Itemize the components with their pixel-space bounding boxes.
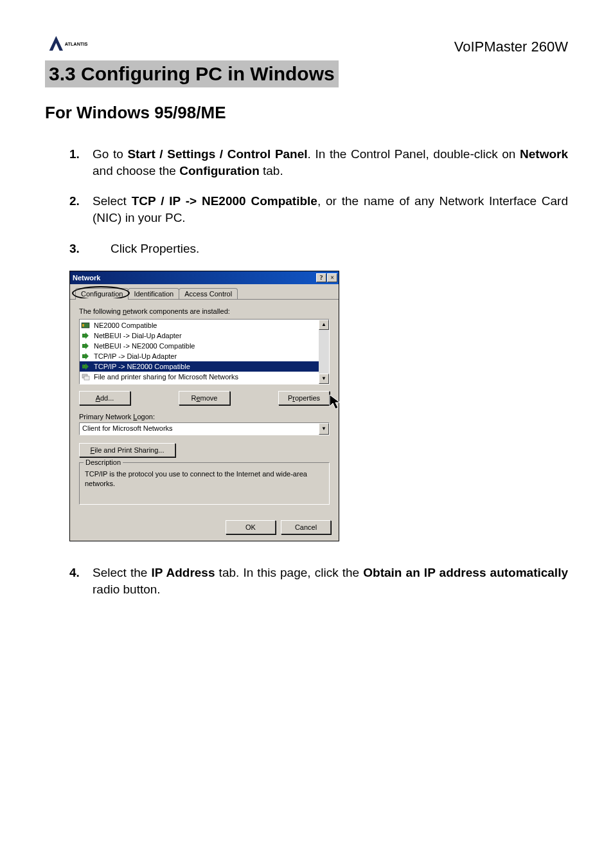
step-2: 2. Select TCP / IP -> NE2000 Compatible,… xyxy=(69,193,568,226)
components-installed-label: The following network components are ins… xyxy=(79,307,330,315)
description-text: TCP/IP is the protocol you use to connec… xyxy=(85,469,324,498)
steps-list: 1. Go to Start / Settings / Control Pane… xyxy=(45,146,568,257)
svg-text:ATLANTIS: ATLANTIS xyxy=(65,41,88,47)
product-name: VoIPMaster 260W xyxy=(454,39,568,55)
groupbox-title: Description xyxy=(84,458,123,466)
dialog-titlebar: Network ? × xyxy=(70,271,339,284)
description-groupbox: Description TCP/IP is the protocol you u… xyxy=(79,462,330,505)
page-header: ATLANTIS VoIPMaster 260W xyxy=(45,32,568,55)
logo: ATLANTIS xyxy=(45,32,96,55)
step-1: 1. Go to Start / Settings / Control Pane… xyxy=(69,146,568,179)
list-item[interactable]: NetBEUI -> Dial-Up Adapter xyxy=(80,330,319,341)
nic-card-icon xyxy=(81,321,91,330)
tab-identification[interactable]: Identification xyxy=(128,288,179,299)
dropdown-button[interactable]: ▼ xyxy=(319,423,329,435)
list-item[interactable]: TCP/IP -> Dial-Up Adapter xyxy=(80,351,319,361)
step-number: 3. xyxy=(69,240,80,257)
tab-configuration[interactable]: Configuration xyxy=(75,288,129,299)
svg-rect-2 xyxy=(82,324,84,327)
protocol-icon xyxy=(81,331,91,340)
service-icon xyxy=(81,372,91,381)
scroll-down-button[interactable]: ▼ xyxy=(319,374,329,384)
protocol-icon xyxy=(81,341,91,350)
step-4: 4. Select the IP Address tab. In this pa… xyxy=(69,565,568,597)
ok-button[interactable]: OK xyxy=(226,520,276,534)
file-print-sharing-button[interactable]: File and Print Sharing... xyxy=(79,443,175,457)
scroll-up-button[interactable]: ▲ xyxy=(319,320,329,330)
dialog-body: The following network components are ins… xyxy=(70,300,339,515)
network-components-listbox[interactable]: NE2000 Compatible NetBEUI -> Dial-Up Ada… xyxy=(79,319,330,384)
subsection-heading: For Windows 95/98/ME xyxy=(45,103,568,123)
protocol-icon xyxy=(81,362,91,371)
list-item[interactable]: File and printer sharing for Microsoft N… xyxy=(80,372,319,382)
step-number: 2. xyxy=(69,193,80,210)
svg-rect-4 xyxy=(84,376,89,380)
tab-access-control[interactable]: Access Control xyxy=(179,288,238,299)
cancel-button[interactable]: Cancel xyxy=(281,520,331,534)
add-button[interactable]: Add... xyxy=(79,391,130,405)
atlantis-logo-icon: ATLANTIS xyxy=(45,32,96,55)
section-heading: 3.3 Configuring PC in Windows xyxy=(45,60,339,87)
step-number: 4. xyxy=(69,565,80,581)
steps-list-continued: 4. Select the IP Address tab. In this pa… xyxy=(45,565,568,597)
help-button[interactable]: ? xyxy=(316,273,326,282)
dialog-footer: OK Cancel xyxy=(70,515,339,541)
list-item-selected[interactable]: TCP/IP -> NE2000 Compatible xyxy=(80,361,319,372)
list-item[interactable]: NE2000 Compatible xyxy=(80,320,319,330)
network-dialog-screenshot: Network ? × Configuration Identification… xyxy=(69,271,568,541)
properties-button[interactable]: Properties xyxy=(278,391,330,405)
dialog-title: Network xyxy=(73,274,100,282)
primary-logon-combo[interactable]: Client for Microsoft Networks ▼ xyxy=(79,422,330,435)
tabs-row: Configuration Identification Access Cont… xyxy=(70,284,339,300)
remove-button[interactable]: Remove xyxy=(179,391,230,405)
protocol-icon xyxy=(81,352,91,361)
primary-logon-label: Primary Network Logon: xyxy=(79,413,330,420)
step-3: 3. Click Properties. xyxy=(69,240,568,257)
list-item[interactable]: NetBEUI -> NE2000 Compatible xyxy=(80,341,319,351)
listbox-scrollbar[interactable]: ▲ ▼ xyxy=(319,320,329,384)
network-dialog: Network ? × Configuration Identification… xyxy=(69,271,339,541)
close-button[interactable]: × xyxy=(327,273,337,282)
cursor-arrow-icon xyxy=(328,393,348,413)
step-number: 1. xyxy=(69,146,80,163)
